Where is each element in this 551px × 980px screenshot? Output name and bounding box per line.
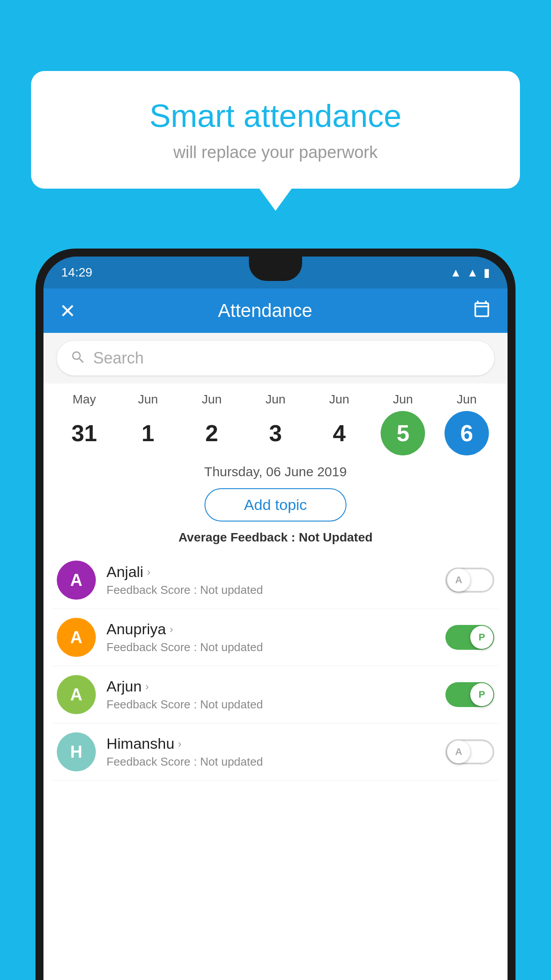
cal-month: May bbox=[72, 392, 96, 407]
attendance-toggle[interactable]: P bbox=[445, 625, 494, 650]
status-icons: ▲ ▲ ▮ bbox=[450, 266, 490, 280]
cal-date[interactable]: 5 bbox=[381, 411, 425, 455]
add-topic-button[interactable]: Add topic bbox=[205, 488, 346, 522]
app-bar: ✕ Attendance bbox=[43, 288, 508, 333]
phone-frame: 14:29 ▲ ▲ ▮ ✕ Attendance bbox=[35, 249, 516, 980]
calendar-day[interactable]: Jun1 bbox=[122, 392, 175, 455]
calendar-day[interactable]: May31 bbox=[58, 392, 111, 455]
attendance-toggle[interactable]: A bbox=[445, 568, 494, 593]
toggle-knob: A bbox=[447, 569, 470, 592]
avg-feedback-label: Average Feedback : bbox=[178, 530, 299, 544]
calendar-day[interactable]: Jun3 bbox=[249, 392, 302, 455]
cal-month: Jun bbox=[202, 392, 222, 407]
app-bar-title: Attendance bbox=[58, 300, 472, 321]
chevron-icon: › bbox=[147, 566, 150, 578]
attendance-toggle[interactable]: A bbox=[445, 739, 494, 764]
battery-icon: ▮ bbox=[484, 266, 490, 280]
feedback-score: Feedback Score : Not updated bbox=[106, 698, 435, 711]
cal-month: Jun bbox=[138, 392, 158, 407]
student-item[interactable]: AAnupriya ›Feedback Score : Not updatedP bbox=[52, 609, 499, 666]
calendar-day[interactable]: Jun6 bbox=[440, 392, 493, 455]
toggle-container[interactable]: P bbox=[445, 682, 494, 707]
cal-month: Jun bbox=[457, 392, 476, 407]
toggle-container[interactable]: P bbox=[445, 625, 494, 650]
avatar: A bbox=[57, 618, 96, 657]
toggle-container[interactable]: A bbox=[445, 568, 494, 593]
avatar: H bbox=[57, 732, 96, 771]
wifi-icon: ▲ bbox=[450, 266, 462, 280]
attendance-toggle[interactable]: P bbox=[445, 682, 494, 707]
bubble-title: Smart attendance bbox=[67, 98, 484, 134]
avatar: A bbox=[57, 675, 96, 714]
student-name[interactable]: Arjun › bbox=[106, 678, 435, 695]
student-item[interactable]: AAnjali ›Feedback Score : Not updatedA bbox=[52, 552, 499, 609]
search-input-container[interactable]: Search bbox=[57, 341, 494, 375]
phone-notch bbox=[249, 257, 302, 281]
cal-date[interactable]: 31 bbox=[62, 411, 106, 455]
calendar-day[interactable]: Jun5 bbox=[376, 392, 429, 455]
cal-month: Jun bbox=[329, 392, 349, 407]
phone-inner: 14:29 ▲ ▲ ▮ ✕ Attendance bbox=[43, 257, 508, 980]
toggle-knob: A bbox=[447, 740, 470, 763]
search-input[interactable]: Search bbox=[93, 349, 144, 368]
student-name[interactable]: Anupriya › bbox=[106, 620, 435, 638]
student-info: Anupriya ›Feedback Score : Not updated bbox=[106, 620, 435, 654]
cal-month: Jun bbox=[265, 392, 285, 407]
search-icon bbox=[70, 349, 86, 367]
avatar: A bbox=[57, 561, 96, 600]
calendar-row: May31Jun1Jun2Jun3Jun4Jun5Jun6 bbox=[43, 383, 508, 455]
toggle-container[interactable]: A bbox=[445, 739, 494, 764]
student-info: Himanshu ›Feedback Score : Not updated bbox=[106, 735, 435, 769]
selected-date-label: Thursday, 06 June 2019 bbox=[43, 455, 508, 484]
status-time: 14:29 bbox=[61, 265, 92, 280]
cal-date[interactable]: 1 bbox=[126, 411, 170, 455]
student-item[interactable]: HHimanshu ›Feedback Score : Not updatedA bbox=[52, 723, 499, 781]
student-info: Arjun ›Feedback Score : Not updated bbox=[106, 678, 435, 711]
status-bar: 14:29 ▲ ▲ ▮ bbox=[43, 257, 508, 288]
speech-bubble: Smart attendance will replace your paper… bbox=[31, 71, 520, 189]
calendar-icon[interactable] bbox=[472, 299, 492, 323]
avg-feedback-value: Not Updated bbox=[299, 530, 372, 544]
student-item[interactable]: AArjun ›Feedback Score : Not updatedP bbox=[52, 666, 499, 723]
cal-date[interactable]: 3 bbox=[253, 411, 298, 455]
cal-date[interactable]: 2 bbox=[189, 411, 234, 455]
toggle-knob: P bbox=[470, 683, 493, 706]
student-name[interactable]: Himanshu › bbox=[106, 735, 435, 752]
feedback-score: Feedback Score : Not updated bbox=[106, 755, 435, 769]
toggle-knob: P bbox=[470, 626, 493, 649]
cal-date[interactable]: 4 bbox=[317, 411, 362, 455]
signal-icon: ▲ bbox=[467, 266, 478, 280]
student-name[interactable]: Anjali › bbox=[106, 563, 435, 581]
chevron-icon: › bbox=[169, 623, 173, 636]
cal-date[interactable]: 6 bbox=[445, 411, 489, 455]
student-list: AAnjali ›Feedback Score : Not updatedAAA… bbox=[43, 552, 508, 781]
chevron-icon: › bbox=[178, 738, 181, 750]
search-bar: Search bbox=[43, 333, 508, 383]
feedback-score: Feedback Score : Not updated bbox=[106, 583, 435, 597]
calendar-day[interactable]: Jun4 bbox=[313, 392, 366, 455]
calendar-day[interactable]: Jun2 bbox=[185, 392, 238, 455]
speech-bubble-container: Smart attendance will replace your paper… bbox=[31, 71, 520, 189]
chevron-icon: › bbox=[145, 680, 149, 693]
feedback-score: Feedback Score : Not updated bbox=[106, 640, 435, 654]
bubble-subtitle: will replace your paperwork bbox=[67, 143, 484, 162]
screen-content: Search May31Jun1Jun2Jun3Jun4Jun5Jun6 Thu… bbox=[43, 333, 508, 980]
student-info: Anjali ›Feedback Score : Not updated bbox=[106, 563, 435, 597]
cal-month: Jun bbox=[393, 392, 413, 407]
avg-feedback: Average Feedback : Not Updated bbox=[43, 526, 508, 552]
